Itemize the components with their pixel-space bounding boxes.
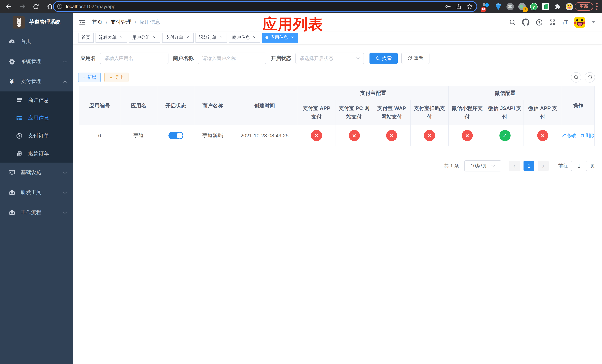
col-app-name: 应用名 [120, 86, 157, 125]
close-icon[interactable] [290, 35, 295, 40]
add-button[interactable]: + 新增 [78, 73, 100, 82]
tab-merchant-info[interactable]: 商户信息 [229, 33, 260, 43]
tab-home[interactable]: 首页 [78, 33, 94, 43]
sidebar-item-home[interactable]: 首页 [0, 32, 73, 52]
status-label: 开启状态 [271, 55, 291, 62]
page-size-select[interactable]: 10条/页 [464, 160, 501, 171]
tab-process-form[interactable]: 流程表单 [96, 33, 127, 43]
password-key-icon[interactable] [445, 3, 451, 10]
tab-user-group[interactable]: 用户分组 [129, 33, 160, 43]
app-name-input[interactable] [100, 53, 168, 64]
browser-toolbar: localhost:1024/pay/app 10 ⌘ 1 y [0, 0, 602, 13]
refresh-table-button[interactable] [585, 72, 595, 83]
download-icon [109, 75, 113, 80]
status-select[interactable]: 请选择开启状态 [295, 53, 364, 64]
fullscreen-icon[interactable] [549, 19, 556, 26]
chevron-down-icon [356, 57, 360, 60]
browser-back-button[interactable] [3, 1, 14, 12]
extension-book-icon[interactable] [542, 3, 549, 10]
chevron-down-icon [63, 191, 67, 194]
extension-figma-icon[interactable]: 10 [483, 3, 490, 10]
close-icon[interactable] [218, 35, 224, 40]
extension-badge: 10 [481, 7, 486, 12]
reset-button[interactable]: 重置 [401, 53, 430, 64]
tab-pay-order[interactable]: 支付订单 [162, 33, 194, 43]
app-logo[interactable]: 芋道管理系统 [0, 13, 73, 32]
delete-link[interactable]: 删除 [580, 132, 594, 139]
extension-emoji-icon[interactable] [565, 3, 573, 10]
font-size-icon[interactable]: TT [562, 19, 568, 25]
sidebar-item-pay-order[interactable]: 支付订单 [0, 127, 73, 145]
site-info-icon[interactable] [57, 4, 63, 9]
sidebar-item-payment[interactable]: ¥ 支付管理 [0, 72, 73, 91]
toggle-search-button[interactable] [571, 72, 581, 83]
close-icon[interactable] [185, 35, 190, 40]
merchant-name-label: 商户名称 [173, 55, 194, 62]
close-icon[interactable] [152, 35, 157, 40]
share-icon[interactable] [456, 3, 462, 10]
refresh-icon [407, 56, 412, 61]
extension-yuque-icon[interactable]: y [530, 3, 538, 10]
col-actions: 操作 [562, 86, 594, 125]
edit-link[interactable]: 修改 [562, 132, 576, 139]
browser-forward-button[interactable] [17, 1, 28, 12]
goto-page-input[interactable] [571, 161, 587, 171]
table-wrap: 应用编号 应用名 开启状态 商户名称 创建时间 支付宝配置 微信配置 操作 支付… [79, 86, 595, 146]
tab-refund-order[interactable]: 退款订单 [195, 33, 227, 43]
export-button[interactable]: 导出 [104, 73, 128, 82]
bookmark-star-icon[interactable] [466, 3, 473, 10]
sidebar-item-system[interactable]: 系统管理 [0, 52, 73, 72]
col-status: 开启状态 [157, 86, 194, 125]
sidebar-item-app-info[interactable]: 应用信息 [0, 109, 73, 127]
sidebar-item-workflow[interactable]: 工作流程 [0, 203, 73, 223]
extension-sketch-icon[interactable] [494, 3, 502, 10]
url-text: localhost:1024/pay/app [66, 4, 115, 9]
search-button[interactable]: 搜索 [369, 53, 398, 64]
page-unit-label: 页 [590, 162, 595, 169]
browser-menu-icon[interactable] [596, 3, 598, 10]
browser-reload-button[interactable] [30, 1, 42, 12]
plus-icon: + [83, 75, 85, 80]
status-toggle[interactable] [168, 132, 183, 139]
sidebar-item-merchant-info[interactable]: 商户信息 [0, 91, 73, 109]
github-icon[interactable] [522, 19, 529, 26]
breadcrumb-payment[interactable]: 支付管理 [111, 19, 131, 26]
chevron-down-icon [63, 211, 67, 214]
extensions-puzzle-icon[interactable] [553, 3, 561, 10]
close-icon[interactable] [118, 35, 124, 40]
extension-camera-icon[interactable]: 1 [518, 3, 526, 10]
sidebar-collapse-button[interactable] [78, 19, 86, 26]
current-page-button[interactable]: 1 [524, 161, 534, 171]
search-icon[interactable] [509, 19, 516, 26]
table-toolbar: + 新增 导出 [78, 72, 595, 83]
wechat-jsapi-status-icon [499, 130, 510, 141]
col-wechat-mini: 微信小程序支付 [449, 100, 486, 125]
pagination: 共 1 条 10条/页 1 前往 页 [73, 160, 595, 171]
navbar-actions: ? TT [509, 17, 595, 28]
col-alipay-pc: 支付宝 PC 网站支付 [335, 100, 373, 125]
next-page-button[interactable] [538, 161, 549, 171]
cell-created: 2021-10-23 08:49:25 [231, 125, 298, 146]
payment-submenu: 商户信息 应用信息 支付订单 [0, 91, 73, 162]
alipay-pc-status-icon [349, 130, 360, 141]
sidebar-item-infrastructure[interactable]: 基础设施 [0, 162, 73, 182]
yen-circle-icon [15, 133, 23, 139]
extension-command-icon[interactable]: ⌘ [506, 3, 514, 10]
chrome-update-button[interactable]: 更新 [575, 2, 593, 11]
sidebar-item-dev-tools[interactable]: 研发工具 [0, 182, 73, 203]
col-alipay-wap: 支付宝 WAP 网站支付 [373, 100, 410, 125]
breadcrumb-home[interactable]: 首页 [92, 19, 103, 26]
merchant-name-input[interactable] [198, 53, 266, 64]
close-icon[interactable] [252, 35, 257, 40]
help-icon[interactable]: ? [536, 19, 543, 26]
chevron-up-icon [63, 80, 67, 83]
chevron-down-icon [491, 165, 495, 167]
monitor-chart-icon [8, 169, 16, 176]
sidebar-item-refund-order[interactable]: 退款订单 [0, 145, 73, 162]
wechat-mini-status-icon [462, 130, 473, 141]
user-avatar[interactable] [574, 17, 585, 28]
user-menu-caret-icon[interactable] [592, 21, 595, 23]
prev-page-button[interactable] [509, 161, 520, 171]
grid-table-icon [15, 115, 23, 121]
address-bar[interactable]: localhost:1024/pay/app [53, 1, 477, 12]
